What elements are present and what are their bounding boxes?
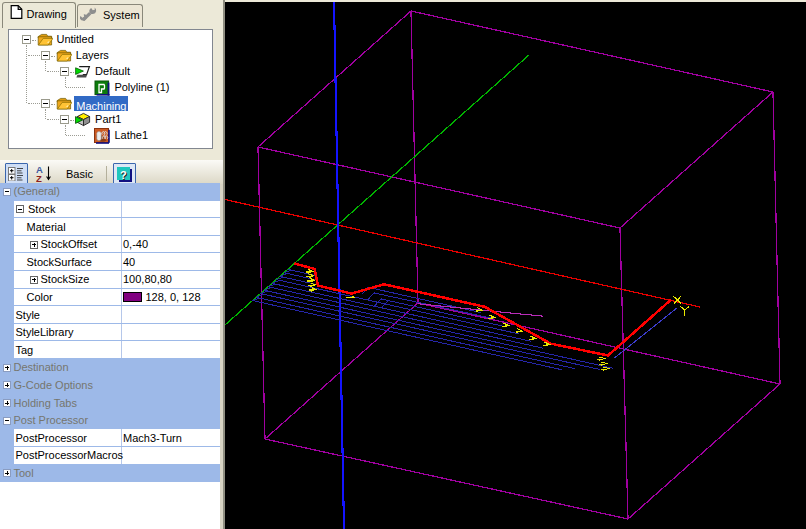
svg-text:Z: Z bbox=[36, 173, 42, 183]
